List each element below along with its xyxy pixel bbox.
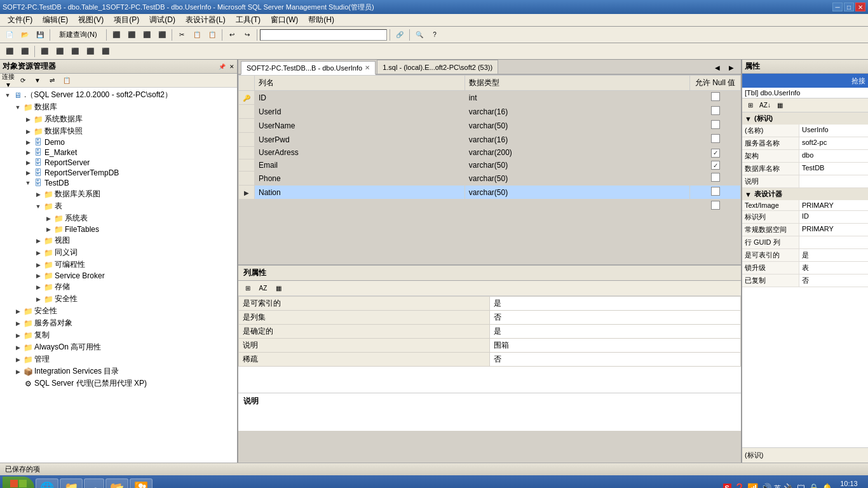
tree-server-objects[interactable]: ▶ 📁 服务器对象 [0,317,237,329]
props-row-value[interactable]: PRIMARY [799,200,868,210]
toolbar-cut-btn[interactable]: ✂ [175,29,189,41]
demo-expand-icon[interactable]: ▶ [23,138,33,147]
col-prop-value[interactable]: 围箱 [490,339,741,353]
table-row[interactable]: Emailvarchar(50) [239,159,741,172]
tables-expand-icon[interactable]: ▼ [33,202,43,211]
menu-tabledesigner[interactable]: 表设计器(L) [180,13,231,27]
tab-userinfo[interactable]: SOFT2-PC.TestDB...B - dbo.UserInfo ✕ [241,61,376,75]
taskbar-chrome-app[interactable]: 🌐 [36,478,58,488]
column-type-cell[interactable]: int [465,91,689,105]
toolbar2-btn7[interactable]: ⬛ [98,45,112,58]
column-type-cell[interactable]: varchar(50) [465,186,689,200]
tray-help-icon[interactable]: ❓ [734,483,745,488]
toolbar-paste-btn[interactable]: 📋 [205,29,219,41]
nullable-checkbox[interactable] [711,120,720,129]
tray-volume-icon2[interactable]: 🔔 [822,483,832,488]
tree-sys-tables[interactable]: ▶ 📁 系统表 [0,212,237,224]
toolbar2-btn5[interactable]: ⬛ [68,45,82,58]
column-nullable-cell[interactable] [690,186,741,200]
tree-reportserver-db[interactable]: ▶ 🗄 ReportServer [0,158,237,168]
tree-databases[interactable]: ▼ 📁 数据库 [0,101,237,113]
toolbar-btn3[interactable]: ⬛ [109,29,123,41]
tray-shield-icon[interactable]: 🛡 [797,483,806,488]
taskbar-folder2-app[interactable]: 📂 [105,478,128,488]
testdb-sec-expand-icon[interactable]: ▶ [33,295,43,304]
sb-expand-icon[interactable]: ▶ [33,271,43,280]
props-row-value[interactable]: UserInfo [799,125,868,137]
nullable-checkbox[interactable] [711,106,720,115]
toolbar-connect-btn[interactable]: 🔗 [393,29,407,41]
menu-window[interactable]: 窗口(W) [266,13,303,27]
toolbar2-btn1[interactable]: ⬛ [3,45,17,58]
reporttempdb-expand-icon[interactable]: ▶ [23,168,33,177]
props-row-value[interactable]: soft2-pc [799,137,868,149]
props-row-value[interactable]: TestDB [799,163,868,175]
obj-sync-btn[interactable]: ⇌ [45,74,59,87]
tree-service-broker[interactable]: ▶ 📁 Service Broker [0,271,237,281]
nullable-checkbox[interactable] [711,161,720,170]
mgmt-expand-icon[interactable]: ▶ [13,355,23,364]
tree-sys-databases[interactable]: ▶ 📁 系统数据库 [0,113,237,125]
tree-file-tables[interactable]: ▶ 📁 FileTables [0,224,237,234]
nullable-checkbox[interactable] [711,187,720,196]
col-props-group-btn[interactable]: ▦ [271,282,285,295]
props-section-header[interactable]: ▼表设计器 [742,188,868,200]
minimize-button[interactable]: ─ [832,3,843,11]
tree-testdb[interactable]: ▼ 🗄 TestDB [0,178,237,188]
reportserver-expand-icon[interactable]: ▶ [23,158,33,167]
props-az-btn[interactable]: AZ↓ [758,99,772,112]
menu-tools[interactable]: 工具(T) [231,13,266,27]
column-nullable-cell[interactable] [690,159,741,172]
column-type-cell[interactable]: varchar(50) [465,119,689,133]
close-button[interactable]: ✕ [855,3,865,11]
top-sec-expand-icon[interactable]: ▶ [13,307,23,316]
taskbar-cloud-app[interactable]: ☁ [84,478,104,488]
tray-wifi-icon[interactable]: 📶 [747,483,758,488]
tray-keyboard-icon[interactable]: 英 [774,484,781,489]
tree-top-security[interactable]: ▶ 📁 安全性 [0,305,237,317]
obj-filter-btn[interactable]: ▼ [31,74,44,87]
column-nullable-cell[interactable] [690,119,741,133]
props-row-value[interactable]: 是 [799,249,868,261]
table-row[interactable]: UserAdressvarchar(200) [239,147,741,159]
testdb-expand-icon[interactable]: ▼ [23,179,33,187]
tree-is-catalog[interactable]: ▶ 📦 Integration Services 目录 [0,365,237,377]
diagrams-expand-icon[interactable]: ▶ [33,190,43,199]
toolbar2-btn3[interactable]: ⬛ [37,45,51,58]
column-name-cell[interactable]: Nation [255,186,465,200]
file-tables-expand-icon[interactable]: ▶ [43,225,53,234]
tree-testdb-security[interactable]: ▶ 📁 安全性 [0,293,237,305]
obj-header-close[interactable]: ✕ [229,64,234,70]
toolbar-btn5[interactable]: ⬛ [140,29,154,41]
menu-view[interactable]: 视图(V) [73,13,109,27]
props-row-value[interactable]: PRIMARY [799,224,868,236]
tree-management[interactable]: ▶ 📁 管理 [0,353,237,365]
taskbar-photo-app[interactable]: 🎦 [130,478,153,488]
col-prop-value[interactable]: 否 [490,353,741,367]
props-row-value[interactable]: ID [799,211,868,223]
srv-obj-expand-icon[interactable]: ▶ [13,319,23,328]
nullable-checkbox[interactable] [711,92,720,101]
tab-userinfo-close[interactable]: ✕ [365,64,370,71]
toolbar2-btn2[interactable]: ⬛ [18,45,32,58]
toolbar-new-btn[interactable]: 📄 [3,29,17,41]
obj-header-pin[interactable]: 📌 [219,64,226,70]
column-type-cell[interactable]: varchar(16) [465,133,689,147]
databases-expand-icon[interactable]: ▼ [13,103,23,112]
column-nullable-cell[interactable] [690,91,741,105]
taskbar-explorer-app[interactable]: 📁 [60,478,83,488]
col-prop-value[interactable]: 是 [490,325,741,339]
tree-synonyms[interactable]: ▶ 📁 同义词 [0,247,237,259]
nullable-checkbox[interactable] [711,173,720,182]
toolbar-btn6[interactable]: ⬛ [155,29,169,41]
toolbar-copy-btn[interactable]: 📋 [190,29,204,41]
tray-speaker-icon[interactable]: 🔊 [761,483,771,488]
tray-network-icon[interactable]: 🔌 [783,483,794,488]
table-row[interactable]: 🔑IDint [239,91,741,105]
toolbar-undo-btn[interactable]: ↩ [225,29,239,41]
maximize-button[interactable]: □ [844,3,854,11]
table-row[interactable]: UserNamevarchar(50) [239,119,741,133]
column-nullable-cell[interactable] [690,105,741,119]
nullable-checkbox[interactable] [711,149,720,158]
server-input[interactable] [260,29,387,41]
